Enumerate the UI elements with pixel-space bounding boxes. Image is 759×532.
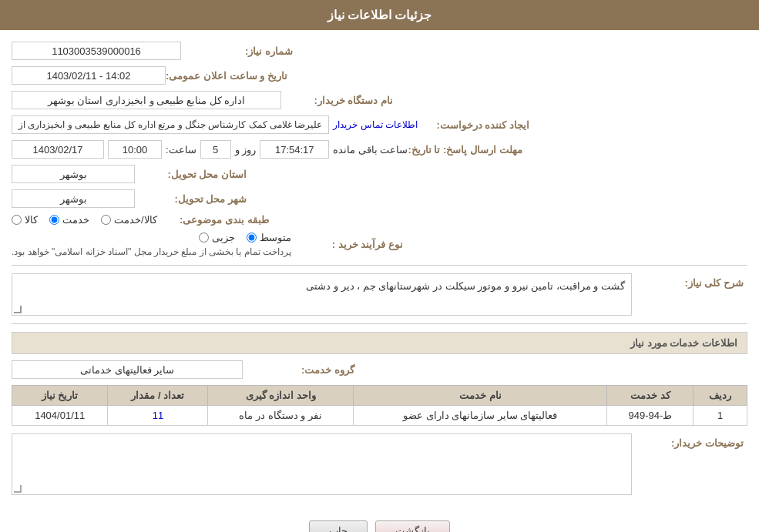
services-info-header: اطلاعات خدمات مورد نیاز [12, 332, 747, 354]
buyer-notes-label: توضیحات خریدار: [632, 433, 747, 449]
remaining-time-value: 17:54:17 [260, 140, 329, 159]
page-header: جزئیات اطلاعات نیاز [0, 0, 759, 30]
announce-date-row: تاریخ و ساعت اعلان عمومی: 1403/02/11 - 1… [12, 66, 747, 85]
reply-date-value: 1403/02/17 [12, 140, 104, 159]
description-label: شرح کلی نیاز: [632, 273, 747, 289]
days-value: 5 [200, 140, 231, 159]
buyer-org-label: نام دستگاه خریدار: [281, 95, 397, 106]
col-date: تاریخ نیاز [12, 386, 108, 406]
province-value: بوشهر [12, 165, 135, 183]
table-row: 1 ط-94-949 فعالیتهای سایر سازمانهای دارا… [12, 406, 747, 426]
col-quantity: تعداد / مقدار [108, 386, 208, 406]
purchase-type-label: نوع فرآیند خرید : [291, 239, 407, 250]
category-label: طبقه بندی موضوعی: [157, 214, 273, 226]
print-button[interactable]: چاپ [309, 520, 368, 532]
creator-row: ایجاد کننده درخواست: اطلاعات تماس خریدار… [12, 115, 747, 134]
announce-date-label: تاریخ و ساعت اعلان عمومی: [166, 70, 291, 82]
category-khedmat[interactable]: خدمت [49, 214, 89, 226]
cell-service-code: ط-94-949 [607, 406, 694, 426]
category-row: طبقه بندی موضوعی: کالا/خدمت خدمت کالا [12, 214, 747, 226]
cell-service-name: فعالیتهای سایر سازمانهای دارای عضو [353, 406, 606, 426]
creator-value: علیرضا غلامی کمک کارشناس جنگل و مرتع ادا… [12, 115, 329, 134]
need-number-label: شماره نیاز: [181, 45, 297, 57]
col-service-name: نام خدمت [353, 386, 606, 406]
city-label: شهر محل تحویل: [135, 193, 250, 205]
page-title: جزئیات اطلاعات نیاز [327, 8, 432, 22]
city-value: بوشهر [12, 189, 135, 208]
cell-date: 1404/01/11 [12, 406, 108, 426]
creator-contact-link[interactable]: اطلاعات تماس خریدار [333, 119, 418, 130]
description-value: گشت و مراقبت، تامین نیرو و موتور سیکلت د… [12, 273, 632, 316]
announce-date-value: 1403/02/11 - 14:02 [12, 66, 166, 85]
service-group-value: سایر فعالیتهای خدماتی [12, 360, 243, 379]
purchase-type-row: نوع فرآیند خرید : متوسط جزیی پرداخت تمام… [12, 232, 747, 257]
remaining-label: ساعت باقی مانده [333, 144, 408, 156]
category-kala-khedmat[interactable]: کالا/خدمت [101, 214, 157, 226]
need-number-value: 1103003539000016 [12, 42, 181, 60]
buyer-org-row: نام دستگاه خریدار: اداره کل منابع طبیعی … [12, 91, 747, 109]
cell-row-num: 1 [694, 406, 747, 426]
col-row-num: ردیف [694, 386, 747, 406]
purchase-motavaset[interactable]: متوسط [247, 232, 291, 243]
cell-quantity: 11 [108, 406, 208, 426]
resize-handle[interactable] [14, 306, 22, 313]
button-row: بازگشت چاپ [12, 513, 747, 532]
buyer-notes-resize-handle[interactable] [14, 485, 22, 493]
reply-deadline-label: مهلت ارسال پاسخ: تا تاریخ: [408, 144, 526, 156]
buyer-notes-box[interactable] [12, 433, 632, 495]
col-service-code: کد خدمت [607, 386, 694, 406]
creator-label: ایجاد کننده درخواست: [418, 119, 533, 131]
service-group-row: گروه خدمت: سایر فعالیتهای خدماتی [12, 360, 747, 379]
services-table: ردیف کد خدمت نام خدمت واحد اندازه گیری ت… [12, 385, 747, 426]
cell-unit: نفر و دستگاه در ماه [208, 406, 354, 426]
service-group-label: گروه خدمت: [243, 364, 358, 376]
description-row: شرح کلی نیاز: گشت و مراقبت، تامین نیرو و… [12, 273, 747, 316]
province-row: استان محل تحویل: بوشهر [12, 165, 747, 183]
buyer-notes-row: توضیحات خریدار: [12, 433, 747, 507]
category-kala[interactable]: کالا [12, 214, 38, 226]
days-label: روز و [235, 144, 257, 156]
purchase-jozi[interactable]: جزیی [199, 232, 235, 243]
time-label: ساعت: [166, 144, 196, 156]
need-number-row: شماره نیاز: 1103003539000016 [12, 42, 747, 60]
province-label: استان محل تحویل: [135, 169, 250, 180]
col-unit: واحد اندازه گیری [208, 386, 354, 406]
back-button[interactable]: بازگشت [375, 520, 450, 532]
purchase-type-radio-group: متوسط جزیی [12, 232, 291, 243]
reply-deadline-row: مهلت ارسال پاسخ: تا تاریخ: ساعت باقی مان… [12, 140, 747, 159]
buyer-org-value: اداره کل منابع طبیعی و ابخیزداری استان ب… [12, 91, 281, 109]
purchase-note: پرداخت تمام یا بخشی از مبلغ خریدار مجل "… [12, 246, 291, 257]
reply-time-value: 10:00 [108, 140, 162, 159]
city-row: شهر محل تحویل: بوشهر [12, 189, 747, 208]
category-radio-group: کالا/خدمت خدمت کالا [12, 214, 157, 226]
